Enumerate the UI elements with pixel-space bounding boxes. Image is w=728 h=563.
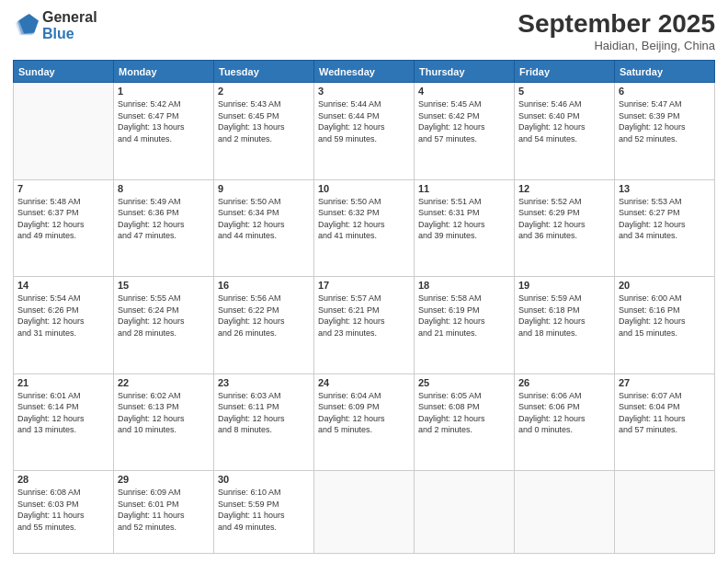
day-info: Sunrise: 5:48 AM Sunset: 6:37 PM Dayligh…: [17, 196, 109, 242]
table-row: 2Sunrise: 5:43 AM Sunset: 6:45 PM Daylig…: [214, 83, 314, 180]
day-info: Sunrise: 6:07 AM Sunset: 6:04 PM Dayligh…: [619, 390, 711, 436]
day-number: 25: [418, 377, 510, 388]
day-number: 27: [619, 377, 711, 388]
table-row: 19Sunrise: 5:59 AM Sunset: 6:18 PM Dayli…: [515, 277, 615, 374]
col-sunday: Sunday: [14, 61, 114, 83]
table-row: 28Sunrise: 6:08 AM Sunset: 6:03 PM Dayli…: [14, 471, 114, 554]
table-row: 5Sunrise: 5:46 AM Sunset: 6:40 PM Daylig…: [515, 83, 615, 180]
day-info: Sunrise: 5:50 AM Sunset: 6:34 PM Dayligh…: [218, 196, 310, 242]
table-row: 12Sunrise: 5:52 AM Sunset: 6:29 PM Dayli…: [515, 179, 615, 277]
col-thursday: Thursday: [415, 61, 515, 83]
table-row: 18Sunrise: 5:58 AM Sunset: 6:19 PM Dayli…: [415, 277, 515, 374]
day-info: Sunrise: 5:47 AM Sunset: 6:39 PM Dayligh…: [619, 98, 711, 144]
logo-icon: [13, 13, 39, 39]
day-info: Sunrise: 5:58 AM Sunset: 6:19 PM Dayligh…: [418, 293, 510, 339]
table-row: [14, 83, 114, 180]
day-number: 6: [619, 86, 711, 97]
calendar-header-row: Sunday Monday Tuesday Wednesday Thursday…: [14, 61, 715, 83]
day-number: 23: [218, 377, 310, 388]
day-info: Sunrise: 5:43 AM Sunset: 6:45 PM Dayligh…: [218, 98, 310, 144]
table-row: 6Sunrise: 5:47 AM Sunset: 6:39 PM Daylig…: [615, 83, 715, 180]
day-info: Sunrise: 5:52 AM Sunset: 6:29 PM Dayligh…: [518, 196, 610, 242]
table-row: 25Sunrise: 6:05 AM Sunset: 6:08 PM Dayli…: [415, 373, 515, 471]
day-info: Sunrise: 5:53 AM Sunset: 6:27 PM Dayligh…: [619, 196, 711, 242]
day-info: Sunrise: 5:54 AM Sunset: 6:26 PM Dayligh…: [17, 293, 109, 339]
day-info: Sunrise: 5:57 AM Sunset: 6:21 PM Dayligh…: [318, 293, 410, 339]
table-row: 14Sunrise: 5:54 AM Sunset: 6:26 PM Dayli…: [14, 277, 114, 374]
day-number: 17: [318, 280, 410, 291]
day-info: Sunrise: 6:08 AM Sunset: 6:03 PM Dayligh…: [17, 487, 109, 533]
day-number: 24: [318, 377, 410, 388]
table-row: 10Sunrise: 5:50 AM Sunset: 6:32 PM Dayli…: [314, 179, 415, 277]
day-number: 12: [518, 183, 610, 194]
table-row: 3Sunrise: 5:44 AM Sunset: 6:44 PM Daylig…: [314, 83, 415, 180]
table-row: 9Sunrise: 5:50 AM Sunset: 6:34 PM Daylig…: [214, 179, 314, 277]
day-number: 4: [418, 86, 510, 97]
table-row: [415, 471, 515, 554]
day-number: 21: [17, 377, 109, 388]
day-info: Sunrise: 5:49 AM Sunset: 6:36 PM Dayligh…: [118, 196, 210, 242]
table-row: 26Sunrise: 6:06 AM Sunset: 6:06 PM Dayli…: [515, 373, 615, 471]
day-number: 22: [118, 377, 210, 388]
day-info: Sunrise: 6:04 AM Sunset: 6:09 PM Dayligh…: [318, 390, 410, 436]
day-info: Sunrise: 5:42 AM Sunset: 6:47 PM Dayligh…: [118, 98, 210, 144]
day-number: 29: [118, 474, 210, 485]
table-row: 8Sunrise: 5:49 AM Sunset: 6:36 PM Daylig…: [114, 179, 214, 277]
day-info: Sunrise: 6:00 AM Sunset: 6:16 PM Dayligh…: [619, 293, 711, 339]
col-monday: Monday: [114, 61, 214, 83]
logo-text: General Blue: [42, 9, 97, 41]
col-tuesday: Tuesday: [214, 61, 314, 83]
day-info: Sunrise: 5:45 AM Sunset: 6:42 PM Dayligh…: [418, 98, 510, 144]
table-row: 13Sunrise: 5:53 AM Sunset: 6:27 PM Dayli…: [615, 179, 715, 277]
table-row: 15Sunrise: 5:55 AM Sunset: 6:24 PM Dayli…: [114, 277, 214, 374]
title-block: September 2025 Haidian, Beijing, China: [518, 9, 715, 52]
day-number: 30: [218, 474, 310, 485]
day-number: 15: [118, 280, 210, 291]
location-subtitle: Haidian, Beijing, China: [518, 39, 715, 52]
table-row: 29Sunrise: 6:09 AM Sunset: 6:01 PM Dayli…: [114, 471, 214, 554]
table-row: 22Sunrise: 6:02 AM Sunset: 6:13 PM Dayli…: [114, 373, 214, 471]
day-info: Sunrise: 5:59 AM Sunset: 6:18 PM Dayligh…: [518, 293, 610, 339]
day-number: 20: [619, 280, 711, 291]
day-number: 7: [17, 183, 109, 194]
col-wednesday: Wednesday: [314, 61, 415, 83]
table-row: 20Sunrise: 6:00 AM Sunset: 6:16 PM Dayli…: [615, 277, 715, 374]
table-row: [615, 471, 715, 554]
day-info: Sunrise: 6:03 AM Sunset: 6:11 PM Dayligh…: [218, 390, 310, 436]
day-number: 28: [17, 474, 109, 485]
table-row: [515, 471, 615, 554]
day-number: 14: [17, 280, 109, 291]
day-number: 1: [118, 86, 210, 97]
day-number: 18: [418, 280, 510, 291]
day-info: Sunrise: 5:50 AM Sunset: 6:32 PM Dayligh…: [318, 196, 410, 242]
table-row: 1Sunrise: 5:42 AM Sunset: 6:47 PM Daylig…: [114, 83, 214, 180]
day-info: Sunrise: 6:06 AM Sunset: 6:06 PM Dayligh…: [518, 390, 610, 436]
table-row: 30Sunrise: 6:10 AM Sunset: 5:59 PM Dayli…: [214, 471, 314, 554]
day-number: 5: [518, 86, 610, 97]
table-row: 21Sunrise: 6:01 AM Sunset: 6:14 PM Dayli…: [14, 373, 114, 471]
table-row: 11Sunrise: 5:51 AM Sunset: 6:31 PM Dayli…: [415, 179, 515, 277]
day-info: Sunrise: 5:55 AM Sunset: 6:24 PM Dayligh…: [118, 293, 210, 339]
day-info: Sunrise: 6:09 AM Sunset: 6:01 PM Dayligh…: [118, 487, 210, 533]
table-row: [314, 471, 415, 554]
calendar-table: Sunday Monday Tuesday Wednesday Thursday…: [13, 60, 715, 554]
day-info: Sunrise: 5:44 AM Sunset: 6:44 PM Dayligh…: [318, 98, 410, 144]
day-number: 19: [518, 280, 610, 291]
table-row: 7Sunrise: 5:48 AM Sunset: 6:37 PM Daylig…: [14, 179, 114, 277]
day-number: 9: [218, 183, 310, 194]
page: General Blue September 2025 Haidian, Bei…: [0, 0, 728, 563]
table-row: 27Sunrise: 6:07 AM Sunset: 6:04 PM Dayli…: [615, 373, 715, 471]
table-row: 16Sunrise: 5:56 AM Sunset: 6:22 PM Dayli…: [214, 277, 314, 374]
table-row: 4Sunrise: 5:45 AM Sunset: 6:42 PM Daylig…: [415, 83, 515, 180]
logo: General Blue: [13, 9, 97, 41]
day-number: 26: [518, 377, 610, 388]
day-number: 16: [218, 280, 310, 291]
day-number: 8: [118, 183, 210, 194]
day-number: 13: [619, 183, 711, 194]
header: General Blue September 2025 Haidian, Bei…: [13, 9, 715, 52]
day-number: 2: [218, 86, 310, 97]
table-row: 23Sunrise: 6:03 AM Sunset: 6:11 PM Dayli…: [214, 373, 314, 471]
day-info: Sunrise: 6:01 AM Sunset: 6:14 PM Dayligh…: [17, 390, 109, 436]
day-number: 10: [318, 183, 410, 194]
day-info: Sunrise: 6:05 AM Sunset: 6:08 PM Dayligh…: [418, 390, 510, 436]
